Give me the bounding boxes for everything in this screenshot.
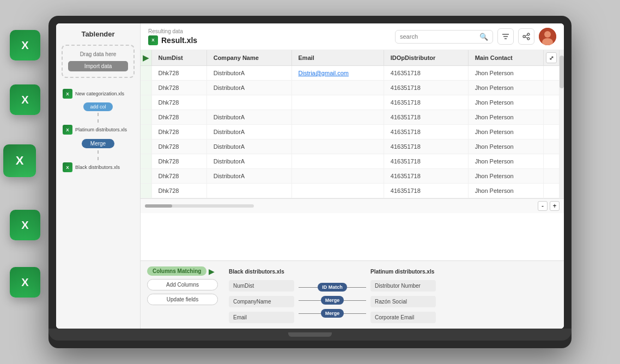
- left-field-2: Email: [229, 312, 294, 323]
- expand-icon[interactable]: ⤢: [546, 52, 557, 63]
- file-name-3: Black distributors.xls: [75, 165, 120, 170]
- file-name-1: New categorization.xls: [75, 91, 124, 96]
- cell-email-0[interactable]: Distria@gmail.com: [291, 66, 384, 81]
- connector-1: Merge: [299, 296, 366, 305]
- file-item-3[interactable]: X Black distributors.xls: [62, 160, 135, 174]
- cell-idop-7: 416351718: [384, 169, 468, 184]
- cell-idop-5: 416351718: [384, 139, 468, 154]
- sidebar-title: Tablender: [81, 30, 114, 38]
- row-indicator-cell: [141, 110, 151, 125]
- cell-company-2: [206, 95, 291, 110]
- header-arrow-icon: ▶: [143, 53, 149, 62]
- cell-company-0: DistributorA: [206, 66, 291, 81]
- cell-company-8: [206, 184, 291, 198]
- import-data-button[interactable]: Import data: [68, 61, 128, 71]
- col-header-contact[interactable]: Main Contact: [468, 50, 543, 66]
- row-indicator-cell: [141, 169, 151, 184]
- scrollbar-thumb[interactable]: [145, 204, 172, 208]
- file-title-row: X Result.xls: [148, 35, 197, 45]
- cell-company-5: DistributorA: [206, 139, 291, 154]
- cell-company-6: DistributorA: [206, 154, 291, 169]
- row-indicator-cell: [141, 125, 151, 139]
- col-header-email[interactable]: Email: [291, 50, 384, 66]
- col-header-idop[interactable]: IDOpDistributor: [384, 50, 468, 66]
- cell-contact-0: Jhon Peterson: [468, 66, 543, 81]
- table-scrollbar[interactable]: [560, 50, 564, 198]
- excel-file-icon-3: X: [63, 162, 72, 172]
- table-container[interactable]: ▶ NumDist Company Name Email IDOpDistrib…: [141, 50, 560, 198]
- left-field-1: CompanyName: [229, 296, 294, 307]
- cell-contact-5: Jhon Peterson: [468, 139, 543, 154]
- svg-point-4: [523, 35, 525, 38]
- cell-company-7: DistributorA: [206, 169, 291, 184]
- expand-header[interactable]: ⤢: [544, 50, 560, 66]
- search-input[interactable]: [400, 33, 476, 40]
- zoom-in-button[interactable]: +: [550, 201, 560, 211]
- connector-line-1: [98, 113, 99, 123]
- result-file-title: Result.xls: [161, 36, 197, 45]
- email-link[interactable]: Distria@gmail.com: [299, 70, 349, 76]
- file-item-1[interactable]: X New categorization.xls: [62, 87, 135, 101]
- svg-point-3: [527, 33, 530, 35]
- line-left-2: [299, 313, 321, 314]
- file-item-2[interactable]: X Platinum distributors.xls: [62, 123, 135, 137]
- connector-line-2: [98, 150, 99, 160]
- update-fields-button[interactable]: Update fields: [147, 294, 218, 305]
- cell-email-2: [291, 95, 384, 110]
- cell-numdist-1: Dhk728: [151, 81, 206, 95]
- table-section: ▶ NumDist Company Name Email IDOpDistrib…: [141, 50, 564, 260]
- cell-idop-0: 416351718: [384, 66, 468, 81]
- cell-numdist-3: Dhk728: [151, 110, 206, 125]
- merge-button[interactable]: Merge: [82, 139, 114, 148]
- cell-extra-3: [544, 110, 560, 125]
- table-row: Dhk728 DistributorA 416351718 Jhon Peter…: [141, 81, 560, 95]
- file-name-2: Platinum distributors.xls: [75, 127, 127, 132]
- filter-button[interactable]: [497, 28, 514, 45]
- add-columns-button[interactable]: Add Columns: [147, 279, 218, 290]
- cell-email-1: [291, 81, 384, 95]
- badge-2: Merge: [321, 309, 344, 318]
- cell-idop-2: 416351718: [384, 95, 468, 110]
- cell-idop-6: 416351718: [384, 154, 468, 169]
- add-col-button[interactable]: add col: [83, 102, 112, 111]
- search-icon: 🔍: [479, 33, 488, 41]
- cell-idop-1: 416351718: [384, 81, 468, 95]
- cell-idop-8: 416351718: [384, 184, 468, 198]
- cell-email-5: [291, 139, 384, 154]
- merge-diagram: Black distributors.xls NumDist CompanyNa…: [229, 266, 557, 323]
- drag-drop-area[interactable]: Drag data here Import data: [62, 45, 135, 78]
- cell-contact-8: Jhon Peterson: [468, 184, 543, 198]
- table-row: Dhk728 DistributorA 416351718 Jhon Peter…: [141, 169, 560, 184]
- row-indicator-cell: [141, 139, 151, 154]
- col-header-company[interactable]: Company Name: [206, 50, 291, 66]
- cell-idop-4: 416351718: [384, 125, 468, 139]
- right-merge-column: Platinum distributors.xls Distributor Nu…: [370, 269, 436, 323]
- cell-contact-3: Jhon Peterson: [468, 110, 543, 125]
- drag-text: Drag data here: [68, 51, 128, 57]
- laptop-notch: [288, 332, 332, 337]
- line-left-1: [299, 300, 321, 301]
- row-indicator-cell: [141, 66, 151, 81]
- line-left-0: [299, 287, 318, 288]
- excel-file-icon-1: X: [63, 89, 72, 99]
- right-file-title: Platinum distributors.xls: [370, 269, 436, 275]
- columns-matching-label: Columns Matching: [147, 266, 206, 276]
- connector-0: ID Match: [299, 283, 366, 292]
- search-box[interactable]: 🔍: [395, 30, 493, 44]
- table-with-scroll: ▶ NumDist Company Name Email IDOpDistrib…: [141, 50, 564, 198]
- cell-idop-3: 416351718: [384, 110, 468, 125]
- horizontal-scrollbar[interactable]: [145, 204, 254, 208]
- data-table: ▶ NumDist Company Name Email IDOpDistrib…: [141, 50, 560, 198]
- cell-extra-2: [544, 95, 560, 110]
- share-button[interactable]: [518, 28, 534, 45]
- col-header-numdist[interactable]: NumDist: [151, 50, 206, 66]
- table-scrollbar-thumb[interactable]: [560, 56, 564, 88]
- zoom-out-button[interactable]: -: [538, 201, 548, 211]
- resulting-data-label: Resulting data: [148, 28, 197, 34]
- cell-numdist-8: Dhk728: [151, 184, 206, 198]
- zoom-controls: - +: [538, 201, 560, 211]
- cell-numdist-0: Dhk728: [151, 66, 206, 81]
- top-bar: Resulting data X Result.xls 🔍: [141, 23, 564, 50]
- excel-file-icon-2: X: [63, 125, 72, 135]
- user-avatar[interactable]: [539, 28, 556, 45]
